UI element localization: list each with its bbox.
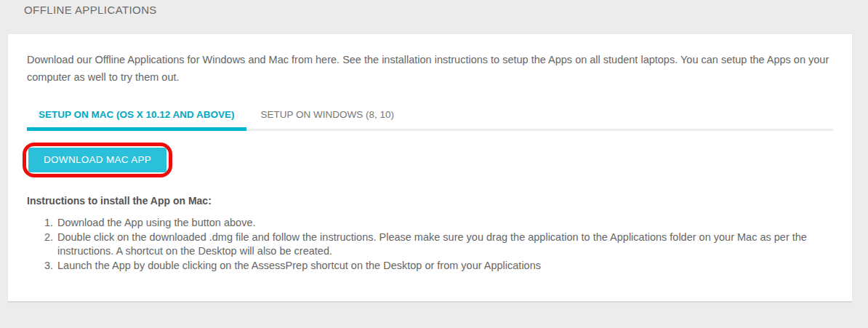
instruction-step-2: Double click on the downloaded .dmg file… — [56, 231, 833, 259]
tab-setup-on-mac[interactable]: SETUP ON MAC (OS X 10.12 AND ABOVE) — [27, 101, 246, 129]
instructions-heading: Instructions to install the App on Mac: — [27, 195, 833, 207]
instruction-step-1: Download the App using the button above. — [56, 216, 833, 231]
instructions-list: Download the App using the button above.… — [27, 216, 833, 273]
annotation-highlight: DOWNLOAD MAC APP — [23, 143, 172, 177]
tab-setup-on-windows[interactable]: SETUP ON WINDOWS (8, 10) — [249, 101, 406, 129]
instruction-step-3: Launch the App by double clicking on the… — [56, 259, 833, 273]
setup-tabs: SETUP ON MAC (OS X 10.12 AND ABOVE) SETU… — [27, 101, 833, 131]
card-description: Download our Offline Applications for Wi… — [27, 51, 832, 86]
page-title: OFFLINE APPLICATIONS — [24, 4, 157, 16]
download-mac-app-button[interactable]: DOWNLOAD MAC APP — [28, 148, 166, 172]
offline-applications-card: Download our Offline Applications for Wi… — [8, 34, 852, 302]
